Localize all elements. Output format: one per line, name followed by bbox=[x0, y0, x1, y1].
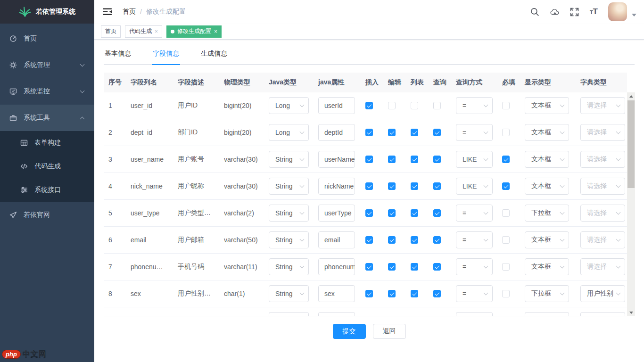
dict-type-select[interactable]: 请选择 bbox=[580, 231, 625, 248]
query-checkbox[interactable] bbox=[433, 236, 441, 244]
required-checkbox[interactable] bbox=[502, 182, 510, 190]
table-scrollbar[interactable] bbox=[627, 92, 635, 316]
list-checkbox[interactable] bbox=[411, 182, 418, 190]
sidebar-item-3[interactable]: 系统工具 bbox=[0, 105, 94, 131]
dict-type-select[interactable]: 请选择 bbox=[580, 178, 625, 195]
required-checkbox[interactable] bbox=[502, 156, 510, 163]
dict-type-select[interactable]: 请选择 bbox=[580, 97, 625, 114]
display-type-select[interactable]: 文本框 bbox=[525, 231, 569, 248]
java-field-input[interactable]: userType bbox=[318, 205, 355, 222]
sidebar-item-7[interactable]: 若依官网 bbox=[0, 202, 94, 228]
java-field-input[interactable]: userName bbox=[318, 151, 355, 168]
display-type-select[interactable]: 文本框 bbox=[525, 124, 569, 141]
insert-checkbox[interactable] bbox=[365, 102, 373, 109]
required-checkbox[interactable] bbox=[502, 263, 510, 271]
query-type-select[interactable]: LIKE bbox=[456, 178, 493, 195]
scrollbar-up-arrow-icon[interactable] bbox=[627, 92, 635, 100]
sidebar-item-4[interactable]: 表单构建 bbox=[0, 131, 94, 155]
breadcrumb-home[interactable]: 首页 bbox=[123, 8, 136, 16]
query-checkbox[interactable] bbox=[433, 102, 441, 109]
query-type-select[interactable]: = bbox=[456, 205, 493, 222]
submit-button[interactable]: 提交 bbox=[333, 324, 366, 339]
display-type-select[interactable]: 文本框 bbox=[525, 258, 569, 275]
insert-checkbox[interactable] bbox=[365, 290, 373, 297]
query-type-select[interactable]: = bbox=[456, 258, 493, 275]
java-type-select[interactable]: String bbox=[269, 151, 309, 168]
dict-type-select[interactable]: 请选择 bbox=[580, 312, 625, 316]
list-checkbox[interactable] bbox=[411, 102, 418, 109]
dict-type-select[interactable]: 请选择 bbox=[580, 258, 625, 275]
scrollbar-down-arrow-icon[interactable] bbox=[627, 309, 635, 316]
tag-close-icon[interactable]: × bbox=[155, 29, 158, 34]
edit-checkbox[interactable] bbox=[388, 263, 396, 271]
required-checkbox[interactable] bbox=[502, 209, 510, 217]
tab-1[interactable]: 字段信息 bbox=[152, 49, 180, 64]
query-checkbox[interactable] bbox=[433, 290, 441, 297]
display-type-select[interactable]: 下拉框 bbox=[525, 285, 569, 302]
java-type-select[interactable]: Long bbox=[269, 124, 309, 141]
display-type-select[interactable]: 下拉框 bbox=[525, 205, 569, 222]
list-checkbox[interactable] bbox=[411, 129, 418, 136]
java-type-select[interactable]: String bbox=[269, 205, 309, 222]
list-checkbox[interactable] bbox=[411, 236, 418, 244]
java-field-input[interactable]: avatar bbox=[318, 312, 355, 316]
edit-checkbox[interactable] bbox=[388, 209, 396, 217]
list-checkbox[interactable] bbox=[411, 156, 418, 163]
back-button[interactable]: 返回 bbox=[373, 324, 406, 339]
required-checkbox[interactable] bbox=[502, 236, 510, 244]
edit-checkbox[interactable] bbox=[388, 182, 396, 190]
java-type-select[interactable]: String bbox=[269, 258, 309, 275]
edit-checkbox[interactable] bbox=[388, 236, 396, 244]
query-type-select[interactable]: = bbox=[456, 124, 493, 141]
tag-0[interactable]: 首页 bbox=[101, 25, 121, 38]
java-field-input[interactable]: phonenumber bbox=[318, 258, 355, 275]
list-checkbox[interactable] bbox=[411, 209, 418, 217]
list-checkbox[interactable] bbox=[411, 290, 418, 297]
edit-checkbox[interactable] bbox=[388, 102, 396, 109]
edit-checkbox[interactable] bbox=[388, 156, 396, 163]
java-field-input[interactable]: sex bbox=[318, 285, 355, 302]
sidebar-toggle-icon[interactable] bbox=[103, 8, 112, 16]
insert-checkbox[interactable] bbox=[365, 156, 373, 163]
java-field-input[interactable]: deptId bbox=[318, 124, 355, 141]
sidebar-item-5[interactable]: 代码生成 bbox=[0, 155, 94, 178]
edit-checkbox[interactable] bbox=[388, 129, 396, 136]
dict-type-select[interactable]: 请选择 bbox=[580, 124, 625, 141]
sidebar-item-6[interactable]: 系统接口 bbox=[0, 178, 94, 202]
query-type-select[interactable]: LIKE bbox=[456, 151, 493, 168]
user-menu-caret-icon[interactable] bbox=[632, 14, 636, 16]
insert-checkbox[interactable] bbox=[365, 182, 373, 190]
insert-checkbox[interactable] bbox=[365, 263, 373, 271]
display-type-select[interactable]: 文本框 bbox=[525, 178, 569, 195]
java-type-select[interactable]: Long bbox=[269, 97, 309, 114]
required-checkbox[interactable] bbox=[502, 129, 510, 136]
search-icon[interactable] bbox=[530, 7, 540, 16]
insert-checkbox[interactable] bbox=[365, 129, 373, 136]
font-size-icon[interactable]: TT bbox=[590, 7, 598, 16]
query-type-select[interactable]: = bbox=[456, 312, 493, 316]
sidebar-item-1[interactable]: 系统管理 bbox=[0, 52, 94, 78]
dict-type-select[interactable]: 请选择 bbox=[580, 151, 625, 168]
scrollbar-thumb[interactable] bbox=[627, 100, 635, 188]
java-type-select[interactable]: String bbox=[269, 178, 309, 195]
edit-checkbox[interactable] bbox=[388, 290, 396, 297]
java-type-select[interactable]: String bbox=[269, 312, 309, 316]
query-checkbox[interactable] bbox=[433, 156, 441, 163]
tag-1[interactable]: 代码生成× bbox=[125, 25, 162, 38]
display-type-select[interactable]: 文本框 bbox=[525, 97, 569, 114]
query-checkbox[interactable] bbox=[433, 263, 441, 271]
display-type-select[interactable]: 文本框 bbox=[525, 312, 569, 316]
required-checkbox[interactable] bbox=[502, 102, 510, 109]
list-checkbox[interactable] bbox=[411, 263, 418, 271]
sidebar-item-2[interactable]: 系统监控 bbox=[0, 78, 94, 105]
query-type-select[interactable]: = bbox=[456, 285, 493, 302]
query-checkbox[interactable] bbox=[433, 182, 441, 190]
query-checkbox[interactable] bbox=[433, 129, 441, 136]
insert-checkbox[interactable] bbox=[365, 236, 373, 244]
tag-2[interactable]: 修改生成配置× bbox=[166, 25, 222, 38]
query-type-select[interactable]: = bbox=[456, 97, 493, 114]
tab-2[interactable]: 生成信息 bbox=[200, 49, 228, 64]
display-type-select[interactable]: 文本框 bbox=[525, 151, 569, 168]
java-field-input[interactable]: email bbox=[318, 231, 355, 248]
fullscreen-icon[interactable] bbox=[570, 7, 579, 16]
